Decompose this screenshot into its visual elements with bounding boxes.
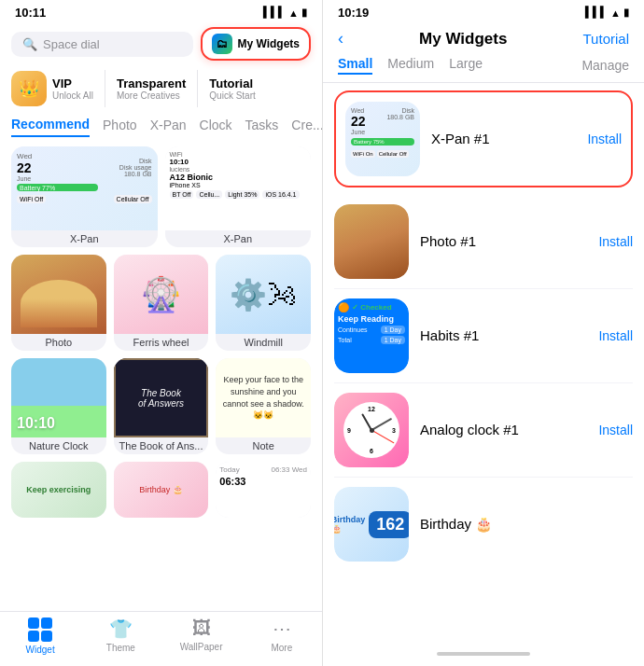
tab-photo[interactable]: Photo: [103, 118, 137, 136]
book-label: The Book of Ans...: [114, 437, 209, 454]
book-widget[interactable]: The Bookof Answers The Book of Ans...: [114, 358, 209, 454]
birthday-name: Birthday 🎂: [420, 516, 493, 532]
left-header: 🔍 Space dial 🗂 My Widgets: [0, 21, 322, 66]
widget-list: Wed 22 June Disk 180.8 GB Battery 75% Wi…: [323, 83, 644, 647]
tutorial-button[interactable]: Tutorial: [583, 31, 629, 47]
vip-sub: Unlock All: [52, 90, 93, 101]
tab-xpan[interactable]: X-Pan: [150, 118, 187, 136]
birthday-thumb: Birthday 🎂 162: [334, 487, 409, 562]
birthday-info: Birthday 🎂: [420, 516, 633, 533]
photo-info: Photo #1: [420, 233, 587, 250]
right-status-bar: 10:19 ▍▍▍ ▲ ▮: [323, 0, 644, 21]
habits-install-button[interactable]: Install: [598, 328, 633, 343]
my-widgets-icon: 🗂: [212, 34, 232, 54]
right-signal-icon: ▍▍▍: [585, 7, 608, 19]
tab-large[interactable]: Large: [449, 56, 483, 75]
ferris-widget[interactable]: 🎡 Ferris wheel: [114, 255, 209, 351]
analog-install-button[interactable]: Install: [598, 423, 633, 437]
note-label: Note: [216, 437, 311, 454]
divider-1: [105, 70, 105, 107]
vip-item[interactable]: 👑 VIP Unlock All: [11, 71, 93, 106]
tab-recommend[interactable]: Recommend: [11, 117, 90, 137]
birthday-small-widget[interactable]: Birthday 🎂: [114, 462, 209, 518]
nav-more-label: More: [271, 643, 292, 653]
widget-item-xpan[interactable]: Wed 22 June Disk 180.8 GB Battery 75% Wi…: [334, 90, 633, 187]
tutorial-item[interactable]: Tutorial Quick Start: [209, 76, 255, 101]
widget-icon: [28, 617, 52, 642]
xpan-widget-1[interactable]: Wed 22 June Disk Disk usage 180.8 GB Bat…: [11, 146, 158, 247]
xpan-widget-2[interactable]: WiFi 10:10 luciens A12 Bionic iPhone XS …: [165, 146, 312, 247]
xpan-name: X-Pan #1: [431, 131, 490, 146]
widget-item-analog[interactable]: 12 3 6 9 Analog clock #1 Install: [334, 383, 633, 478]
analog-thumb: 12 3 6 9: [334, 393, 409, 467]
widget-grid: Wed 22 June Disk Disk usage 180.8 GB Bat…: [0, 141, 322, 611]
divider-2: [197, 70, 198, 107]
left-status-icons: ▍▍▍ ▲ ▮: [263, 7, 307, 19]
windmill-label: Windmill: [216, 334, 311, 351]
back-button[interactable]: ‹: [338, 29, 343, 49]
right-bottom-bar: [323, 647, 644, 666]
nav-theme[interactable]: 👕 Theme: [80, 617, 161, 655]
right-time: 10:19: [338, 6, 369, 20]
analog-name: Analog clock #1: [420, 422, 519, 437]
nav-widget-label: Widget: [26, 645, 55, 655]
nature-clock-label: Nature Clock: [11, 437, 106, 454]
right-title: My Widgets: [419, 30, 507, 49]
home-indicator: [437, 652, 530, 656]
windmill-widget[interactable]: ⚙️🌬 Windmill: [216, 255, 311, 351]
tutorial-label: Tutorial: [209, 76, 253, 90]
nav-more[interactable]: ⋯ More: [242, 617, 322, 655]
photo-label: Photo: [11, 334, 106, 351]
left-status-bar: 10:11 ▍▍▍ ▲ ▮: [0, 0, 322, 21]
right-status-icons: ▍▍▍ ▲ ▮: [585, 7, 629, 19]
nav-wallpaper[interactable]: 🖼 WallPaper: [161, 617, 242, 655]
vip-label: VIP: [52, 76, 93, 90]
widget-row-4: Keep exercising Birthday 🎂 Today 06:33 W…: [11, 462, 311, 518]
widget-item-habits[interactable]: 🟠 ✓ Checked Keep Reading Continues 1 Day…: [334, 289, 633, 383]
habits-info: Habits #1: [420, 327, 587, 344]
theme-icon: 👕: [109, 617, 133, 640]
xpan-info: X-Pan #1: [431, 131, 576, 147]
habits-thumb: 🟠 ✓ Checked Keep Reading Continues 1 Day…: [334, 298, 409, 373]
ferris-label: Ferris wheel: [114, 334, 209, 351]
right-wifi-icon: ▲: [610, 7, 621, 19]
transparent-item[interactable]: Transparent More Creatives: [117, 76, 186, 101]
search-icon: 🔍: [22, 37, 37, 51]
manage-button[interactable]: Manage: [581, 58, 629, 73]
xpan-label-2: X-Pan: [165, 230, 312, 247]
nav-theme-label: Theme: [106, 643, 135, 653]
tab-medium[interactable]: Medium: [387, 56, 434, 75]
widget-row-3: 10:10 Nature Clock The Bookof Answers Th…: [11, 358, 311, 454]
xpan-thumb: Wed 22 June Disk 180.8 GB Battery 75% Wi…: [345, 102, 420, 176]
transparent-sub: More Creatives: [117, 90, 180, 101]
nav-widget[interactable]: Widget: [0, 617, 80, 655]
photo-install-button[interactable]: Install: [598, 234, 633, 249]
vip-row: 👑 VIP Unlock All Transparent More Creati…: [0, 66, 322, 111]
right-phone: 10:19 ▍▍▍ ▲ ▮ ‹ My Widgets Tutorial Smal…: [322, 0, 644, 666]
widget-item-photo[interactable]: Photo #1 Install: [334, 195, 633, 289]
photo-thumb: [334, 204, 409, 279]
battery-icon: ▮: [301, 7, 307, 19]
photo-widget[interactable]: Photo: [11, 255, 106, 351]
tab-clock[interactable]: Clock: [200, 118, 232, 136]
nature-clock-widget[interactable]: 10:10 Nature Clock: [11, 358, 106, 454]
more-icon: ⋯: [273, 617, 291, 640]
analog-info: Analog clock #1: [420, 422, 587, 438]
search-bar[interactable]: 🔍 Space dial: [11, 32, 193, 57]
habits-name: Habits #1: [420, 327, 479, 343]
note-widget[interactable]: Keep your face to the sunshine and you c…: [216, 358, 311, 454]
bottom-nav: Widget 👕 Theme 🖼 WallPaper ⋯ More: [0, 611, 322, 666]
keep-widget[interactable]: Keep exercising: [11, 462, 106, 518]
tab-cre[interactable]: Cre...: [291, 118, 322, 136]
xpan-install-button[interactable]: Install: [587, 132, 622, 146]
widget-item-birthday[interactable]: Birthday 🎂 162 Birthday 🎂: [334, 478, 633, 571]
tutorial-sub: Quick Start: [209, 90, 255, 101]
wifi-icon: ▲: [288, 7, 299, 19]
right-battery-icon: ▮: [623, 7, 629, 19]
my-widgets-button[interactable]: 🗂 My Widgets: [201, 27, 311, 61]
tab-tasks[interactable]: Tasks: [245, 118, 279, 136]
tab-small[interactable]: Small: [338, 56, 372, 75]
nav-wallpaper-label: WallPaper: [180, 642, 223, 652]
left-time: 10:11: [15, 6, 46, 20]
today-widget[interactable]: Today 06:33 Wed 06:33: [216, 462, 311, 518]
